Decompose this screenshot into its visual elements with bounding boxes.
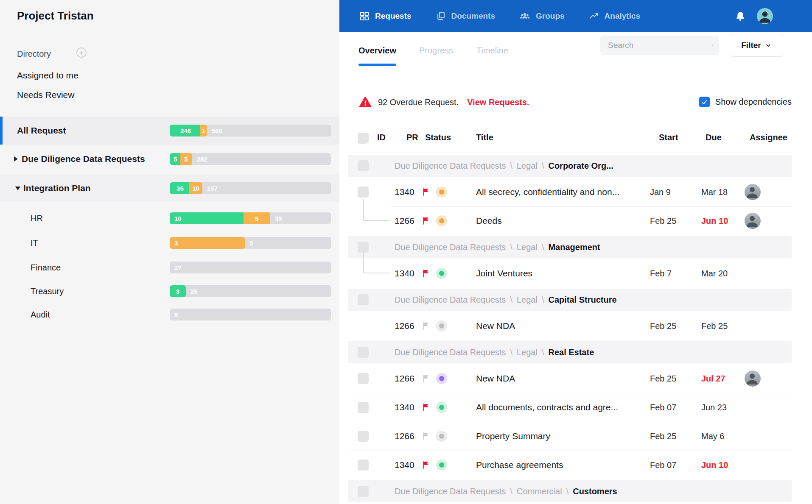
- priority-flag-icon[interactable]: [422, 374, 431, 384]
- request-id: 1266: [395, 364, 414, 393]
- user-avatar[interactable]: [757, 8, 773, 24]
- start-date: Feb 07: [650, 393, 676, 422]
- progress-done: 10: [170, 212, 245, 224]
- group-row[interactable]: Due Diligence Data Requests Legal Real E…: [339, 340, 812, 364]
- sidebar-item-needs-review[interactable]: Needs Review: [17, 90, 74, 100]
- dependencies-checkbox[interactable]: [699, 97, 710, 107]
- topbar-right: [735, 8, 812, 24]
- request-title[interactable]: Property Summary: [476, 422, 550, 451]
- request-title[interactable]: New NDA: [476, 312, 515, 340]
- request-row[interactable]: 1266 Deeds Feb 25 Jun 10: [339, 206, 812, 235]
- request-title[interactable]: All secrecy, confidentiality and non...: [476, 178, 619, 206]
- crumb-leaf: Corporate Org...: [548, 161, 613, 171]
- due-date-overdue: Jul 27: [701, 364, 725, 393]
- row-checkbox[interactable]: [358, 402, 369, 413]
- col-assignee[interactable]: Assignee: [750, 133, 787, 142]
- status-dot-green[interactable]: [436, 268, 447, 279]
- search-box[interactable]: [600, 36, 719, 55]
- tab-overview[interactable]: Overview: [358, 46, 396, 56]
- row-checkbox[interactable]: [358, 294, 369, 305]
- search-input[interactable]: [608, 41, 712, 50]
- status-dot-green[interactable]: [436, 402, 447, 413]
- status-dot-purple[interactable]: [436, 373, 447, 384]
- nav-item-groups[interactable]: Groups: [519, 11, 565, 21]
- priority-flag-icon[interactable]: [422, 269, 431, 279]
- row-checkbox[interactable]: [358, 347, 369, 358]
- assignee-avatar[interactable]: [745, 184, 761, 200]
- status-dot-gray[interactable]: [436, 320, 447, 331]
- nav-item-analytics[interactable]: Analytics: [589, 11, 640, 21]
- caret-right-icon[interactable]: [14, 156, 18, 162]
- sidebar-item-due-diligence[interactable]: Due Diligence Data Requests: [14, 153, 145, 165]
- col-title[interactable]: Title: [476, 133, 493, 142]
- tab-progress[interactable]: Progress: [419, 46, 453, 56]
- col-id[interactable]: ID: [377, 133, 386, 142]
- request-title[interactable]: Purchase agreements: [476, 451, 563, 479]
- show-dependencies-toggle[interactable]: Show dependencies: [699, 97, 792, 107]
- tab-timeline[interactable]: Timeline: [476, 46, 508, 56]
- sidebar-item-integration-plan-label[interactable]: Integration Plan: [15, 182, 91, 194]
- status-dot-green[interactable]: [436, 459, 447, 471]
- priority-flag-icon[interactable]: [422, 216, 431, 227]
- bell-icon[interactable]: [735, 11, 746, 22]
- col-due[interactable]: Due: [706, 133, 722, 142]
- row-checkbox[interactable]: [358, 431, 369, 442]
- priority-flag-icon[interactable]: [422, 187, 431, 198]
- request-row[interactable]: 1266 New NDA Feb 25 Jul 27: [339, 364, 812, 393]
- request-row[interactable]: 1340 Purchase agreements Feb 07 Jun 10: [339, 451, 812, 479]
- request-row[interactable]: 1340 All documents, contracts and agre..…: [339, 393, 812, 422]
- group-row[interactable]: Due Diligence Data Requests Legal Corpor…: [339, 154, 812, 178]
- row-checkbox[interactable]: [358, 160, 369, 171]
- col-pr[interactable]: PR: [406, 133, 418, 142]
- sidebar-item-hr[interactable]: HR: [31, 212, 43, 224]
- col-start[interactable]: Start: [659, 133, 678, 142]
- progress-done: 246: [170, 125, 202, 136]
- request-row[interactable]: 1266 Property Summary Feb 25 May 6: [339, 422, 812, 451]
- priority-flag-icon[interactable]: [422, 321, 431, 332]
- sidebar-item-finance[interactable]: Finance: [31, 262, 61, 273]
- row-checkbox[interactable]: [358, 187, 369, 198]
- status-dot-orange[interactable]: [436, 187, 447, 198]
- request-title[interactable]: New NDA: [476, 364, 515, 393]
- nav-item-documents[interactable]: Documents: [436, 11, 495, 21]
- request-row[interactable]: 1340 Joint Ventures Feb 7 Mar 20: [339, 259, 812, 288]
- sidebar-item-all-request-label[interactable]: All Request: [17, 125, 66, 136]
- nav-item-requests[interactable]: Requests: [359, 11, 412, 21]
- due-date: May 6: [701, 422, 724, 451]
- request-row[interactable]: 1340 All secrecy, confidentiality and no…: [339, 178, 812, 206]
- sidebar-item-assigned-to-me[interactable]: Assigned to me: [17, 70, 78, 81]
- request-title[interactable]: Deeds: [476, 206, 502, 235]
- status-dot-orange[interactable]: [436, 215, 447, 226]
- view-requests-link[interactable]: View Requests.: [467, 97, 529, 107]
- row-checkbox[interactable]: [358, 459, 369, 471]
- sidebar-item-treasury[interactable]: Treasury: [31, 285, 64, 297]
- col-status[interactable]: Status: [425, 133, 451, 142]
- start-date: Feb 25: [650, 312, 676, 340]
- request-id: 1340: [395, 393, 414, 422]
- sidebar-item-audit[interactable]: Audit: [31, 309, 50, 320]
- row-checkbox[interactable]: [358, 486, 369, 497]
- priority-flag-icon[interactable]: [422, 403, 431, 413]
- request-title[interactable]: All documents, contracts and agre...: [476, 393, 618, 422]
- request-id: 1340: [395, 178, 414, 206]
- priority-flag-icon[interactable]: [422, 432, 431, 442]
- top-navigation: Requests Documents Groups Analytics: [339, 0, 812, 32]
- request-title[interactable]: Joint Ventures: [476, 259, 532, 288]
- assignee-avatar[interactable]: [745, 370, 761, 387]
- due-date: Mar 18: [701, 178, 728, 206]
- select-all-checkbox[interactable]: [358, 133, 369, 144]
- sidebar-item-it[interactable]: IT: [31, 237, 38, 249]
- priority-flag-icon[interactable]: [422, 460, 431, 471]
- request-table: Due Diligence Data Requests Legal Corpor…: [339, 154, 812, 504]
- caret-down-icon[interactable]: [15, 187, 20, 190]
- status-dot-gray[interactable]: [436, 431, 447, 442]
- row-checkbox[interactable]: [358, 373, 369, 384]
- assignee-avatar[interactable]: [745, 213, 761, 229]
- group-row[interactable]: Due Diligence Data Requests Legal Manage…: [339, 235, 812, 259]
- filter-button[interactable]: Filter: [730, 34, 783, 57]
- add-directory-button[interactable]: +: [76, 47, 87, 58]
- group-row[interactable]: Due Diligence Data Requests Legal Capita…: [339, 288, 812, 312]
- group-row[interactable]: Due Diligence Data Requests Commercial C…: [339, 479, 812, 503]
- request-row[interactable]: 1266 New NDA Feb 25 Feb 25: [339, 312, 812, 340]
- start-date: Feb 25: [650, 206, 676, 235]
